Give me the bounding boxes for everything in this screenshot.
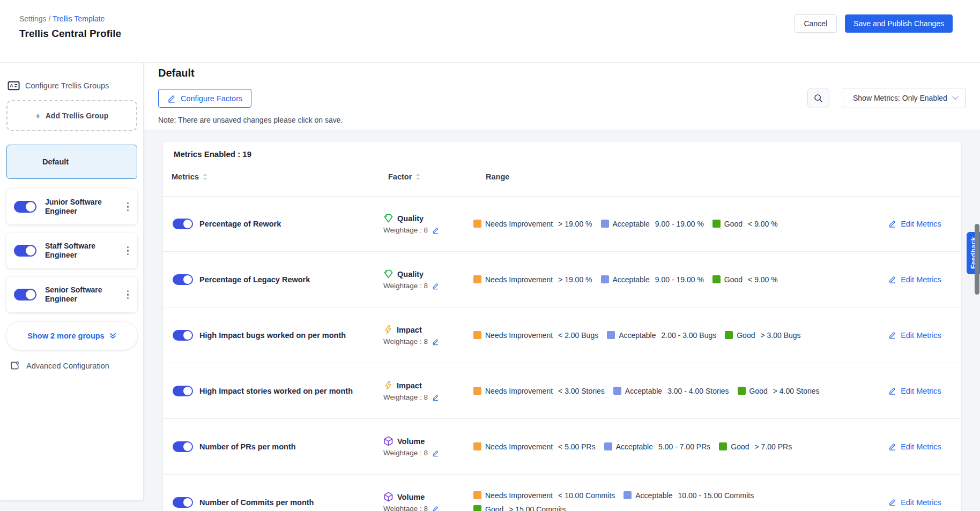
search-icon xyxy=(813,93,823,103)
range-label: Needs Improvement xyxy=(485,387,553,395)
metric-enabled-toggle[interactable] xyxy=(173,386,193,396)
save-and-publish-button[interactable]: Save and Publish Changes xyxy=(845,14,953,33)
sidebar: A Configure Trellis Groups + Add Trellis… xyxy=(0,63,144,500)
range-label: Acceptable xyxy=(619,331,656,340)
metric-enabled-toggle[interactable] xyxy=(173,497,193,508)
edit-metrics-link[interactable]: Edit Metrics xyxy=(888,387,941,395)
edit-weightage-icon[interactable] xyxy=(432,227,439,234)
range-chip: Acceptable 9.00 - 19.00 % xyxy=(601,220,704,228)
edit-weightage-icon[interactable] xyxy=(432,449,439,457)
column-header-metrics[interactable]: Metrics xyxy=(172,172,207,181)
double-chevron-down-icon xyxy=(109,333,116,339)
weightage-text: Weightage : 8 xyxy=(383,337,428,345)
weightage-text: Weightage : 8 xyxy=(383,505,428,511)
group-label: Senior Software Engineer xyxy=(45,285,116,303)
sidebar-group-card[interactable]: Junior Software Engineer xyxy=(6,189,137,224)
edit-weightage-icon[interactable] xyxy=(432,282,439,290)
range-chip: Acceptable 5.00 - 7.00 PRs xyxy=(604,442,711,451)
factor-name: Quality xyxy=(397,270,424,279)
breadcrumb-settings[interactable]: Settings xyxy=(19,14,47,23)
edit-metrics-label: Edit Metrics xyxy=(901,442,941,451)
sidebar-group-card[interactable]: Senior Software Engineer xyxy=(6,277,137,312)
plus-icon: + xyxy=(35,111,41,121)
top-bar: Settings / Trellis Template Trellis Cent… xyxy=(0,0,980,63)
sidebar-item-default[interactable]: Default xyxy=(6,145,137,179)
metric-name: Percentage of Rework xyxy=(199,220,281,228)
group-enabled-toggle[interactable] xyxy=(14,289,36,300)
range-label: Acceptable xyxy=(625,387,662,395)
sort-icon xyxy=(415,173,420,181)
edit-pencil-icon xyxy=(167,94,176,103)
vertical-scrollbar-thumb[interactable] xyxy=(975,224,979,295)
group-menu-kebab-icon[interactable] xyxy=(125,200,131,214)
range-chip: Needs Improvement < 2.00 Bugs xyxy=(473,331,598,340)
range-chip: Good > 3.00 Bugs xyxy=(725,331,800,340)
configure-factors-button[interactable]: Configure Factors xyxy=(158,89,251,108)
edit-metrics-link[interactable]: Edit Metrics xyxy=(888,498,941,507)
group-enabled-toggle[interactable] xyxy=(14,201,36,213)
column-header-factor[interactable]: Factor xyxy=(388,172,420,181)
default-group-label: Default xyxy=(42,157,69,166)
edit-pencil-icon xyxy=(888,442,896,450)
trellis-groups-badge-icon: A xyxy=(8,80,20,91)
edit-metrics-link[interactable]: Edit Metrics xyxy=(888,331,941,340)
edit-pencil-icon xyxy=(888,275,896,283)
range-color-swatch xyxy=(473,505,481,511)
impact-bolt-icon xyxy=(383,325,393,335)
range-chip: Needs Improvement > 19.00 % xyxy=(473,275,592,284)
configure-factors-label: Configure Factors xyxy=(181,94,242,103)
range-color-swatch xyxy=(712,275,721,283)
metric-enabled-toggle[interactable] xyxy=(173,441,193,452)
configure-trellis-groups-label: Configure Trellis Groups xyxy=(25,81,109,90)
range-value: 10.00 - 15.00 Commits xyxy=(678,491,754,500)
add-trellis-group-button[interactable]: + Add Trellis Group xyxy=(6,100,137,131)
page-title: Trellis Central Profile xyxy=(19,28,121,40)
metric-name: Percentage of Legacy Rework xyxy=(199,275,310,284)
unsaved-changes-note: Note: There are unsaved changes please c… xyxy=(158,116,343,124)
group-label: Junior Software Engineer xyxy=(45,198,116,215)
range-value: > 3.00 Bugs xyxy=(760,331,800,340)
range-label: Good xyxy=(485,505,503,511)
edit-metrics-link[interactable]: Edit Metrics xyxy=(888,275,941,284)
group-menu-kebab-icon[interactable] xyxy=(125,244,131,258)
metric-row: Number of Commits per month Volume Weigh… xyxy=(163,475,961,511)
metric-enabled-toggle[interactable] xyxy=(173,219,193,229)
metric-enabled-toggle[interactable] xyxy=(173,274,193,285)
cancel-button[interactable]: Cancel xyxy=(794,14,837,33)
search-button[interactable] xyxy=(807,88,829,108)
impact-bolt-icon xyxy=(383,380,393,390)
sidebar-group-card[interactable]: Staff Software Engineer xyxy=(6,233,137,268)
metric-enabled-toggle[interactable] xyxy=(173,330,193,341)
group-enabled-toggle[interactable] xyxy=(14,245,36,257)
configure-trellis-groups-header: A Configure Trellis Groups xyxy=(8,80,109,91)
range-chip: Good < 9.00 % xyxy=(712,220,778,228)
group-menu-kebab-icon[interactable] xyxy=(125,288,131,302)
show-more-groups-button[interactable]: Show 2 more groups xyxy=(6,322,137,350)
edit-metrics-link[interactable]: Edit Metrics xyxy=(888,220,941,228)
range-value: < 2.00 Bugs xyxy=(558,331,598,340)
edit-metrics-link[interactable]: Edit Metrics xyxy=(888,442,941,451)
range-value: < 5.00 PRs xyxy=(558,442,596,451)
main-content: Default Configure Factors Note: There ar… xyxy=(144,63,980,511)
factor-name: Impact xyxy=(397,381,422,390)
range-list: Needs Improvement < 10.00 Commits Accept… xyxy=(473,491,782,511)
range-value: 9.00 - 19.00 % xyxy=(655,275,704,284)
range-value: > 15.00 Commits xyxy=(509,505,566,511)
breadcrumb-trellis-template[interactable]: Trellis Template xyxy=(53,14,105,23)
edit-weightage-icon[interactable] xyxy=(432,394,439,401)
edit-metrics-label: Edit Metrics xyxy=(901,220,941,228)
sort-icon xyxy=(203,173,207,181)
advanced-configuration-link[interactable]: Advanced Configuration xyxy=(10,360,109,371)
edit-weightage-icon[interactable] xyxy=(432,505,439,511)
volume-cube-icon xyxy=(383,436,394,446)
range-list: Needs Improvement > 19.00 % Acceptable 9… xyxy=(473,220,868,228)
range-color-swatch xyxy=(719,442,727,450)
svg-text:A: A xyxy=(10,83,13,88)
edit-weightage-icon[interactable] xyxy=(432,338,439,345)
range-chip: Needs Improvement < 10.00 Commits xyxy=(473,491,615,500)
range-label: Needs Improvement xyxy=(485,275,553,284)
range-value: > 19.00 % xyxy=(558,220,592,228)
show-metrics-dropdown[interactable]: Show Metrics: Only Enabled xyxy=(843,88,966,108)
range-value: < 3.00 Stories xyxy=(558,387,605,395)
metric-name: Number of PRs per month xyxy=(199,442,296,451)
